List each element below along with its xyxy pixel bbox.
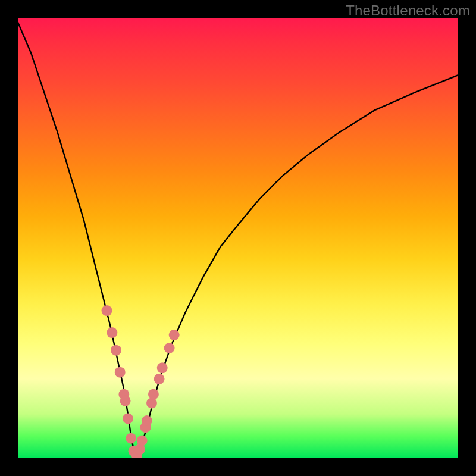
bottleneck-curve	[18, 22, 458, 456]
chart-svg	[18, 18, 458, 458]
highlight-dot	[120, 396, 131, 406]
outer-frame: TheBottleneck.com	[0, 0, 476, 476]
highlight-dots-group	[101, 305, 179, 458]
highlight-dot	[115, 367, 126, 378]
highlight-dot	[126, 433, 136, 444]
highlight-dot	[111, 345, 121, 356]
highlight-dot	[137, 435, 148, 446]
highlight-dot	[107, 327, 117, 338]
highlight-dot	[169, 330, 180, 340]
highlight-dot	[157, 362, 168, 373]
highlight-dot	[154, 374, 165, 384]
watermark-text: TheBottleneck.com	[346, 2, 470, 19]
highlight-dot	[142, 415, 152, 426]
highlight-dot	[148, 389, 159, 400]
highlight-dot	[146, 398, 157, 409]
highlight-dot	[101, 305, 112, 316]
highlight-dot	[164, 343, 175, 353]
highlight-dot	[123, 413, 133, 424]
chart-plot-area	[18, 18, 458, 458]
